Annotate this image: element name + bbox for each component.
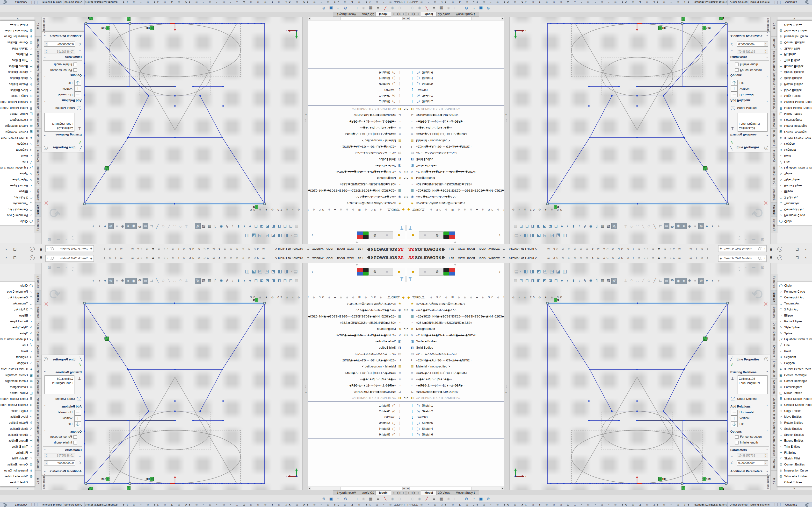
toolbar-icon-30[interactable]: ⊕ xyxy=(687,278,692,283)
flyout-item-trim-entities[interactable]: ×Trim Entities xyxy=(0,444,35,450)
markup-tool-icon-9[interactable]: ▣ xyxy=(328,5,334,11)
toolbar-icon-27[interactable]: 3D xyxy=(137,278,143,283)
toolbar-icon-2[interactable]: ◳ xyxy=(524,278,530,283)
flyout-item-fit-spline[interactable]: ↝Fit Spline xyxy=(777,51,812,57)
angle-input[interactable]: 0.00000000° xyxy=(48,42,75,47)
toolbar-icon-34[interactable]: ◐ xyxy=(710,278,715,283)
expand-icon[interactable]: ▶ xyxy=(407,108,408,111)
toolbar-icon-10[interactable]: ▮ xyxy=(236,278,241,283)
toolbar-icon-30[interactable]: ⊕ xyxy=(120,224,125,229)
flyout-item-corner-rectangle[interactable]: ▭Corner Rectangle xyxy=(777,123,812,129)
for-construction-label[interactable]: For construction xyxy=(50,68,72,72)
relation-item[interactable]: Collinear108 xyxy=(739,126,755,130)
expand-icon[interactable]: ⌄ xyxy=(766,469,768,473)
toolbar-icon-8[interactable]: ● xyxy=(559,278,564,283)
vertical-relation-button[interactable]: | xyxy=(74,86,81,92)
collapse-icon[interactable]: ⌃ xyxy=(44,371,46,374)
menu-edit[interactable]: Edit xyxy=(449,247,454,251)
scroll-right-icon[interactable]: ▶ xyxy=(501,487,504,490)
cm-tab-features[interactable]: Features xyxy=(35,217,41,233)
flyout-more-icon[interactable]: » xyxy=(16,488,19,489)
flyout-item-segment[interactable]: ∷Segment xyxy=(777,354,812,360)
collapse-icon[interactable]: ⌃ xyxy=(44,56,46,59)
cm-tab-evaluate[interactable]: Evaluate xyxy=(35,148,41,164)
expand-icon[interactable]: ▶ xyxy=(404,108,405,111)
markup-tool-icon-8[interactable]: ◔ xyxy=(336,5,341,11)
toolbar-icon-15[interactable]: ▤ xyxy=(600,224,605,229)
toolbar-icon-1[interactable]: ◰ xyxy=(288,224,293,229)
pm-help-icon[interactable]: ? xyxy=(44,357,48,361)
toolbar-icon-7[interactable]: ◫ xyxy=(253,224,259,229)
relation-item[interactable]: Collinear108 xyxy=(57,126,73,130)
collapse-icon[interactable]: ⌃ xyxy=(44,99,46,102)
flyout-item-parallelogram[interactable]: ▱Parallelogram xyxy=(777,384,812,390)
toolbar-icon-35[interactable]: ◑ xyxy=(91,224,96,229)
flyout-item-move-entities[interactable]: ↗Move Entities xyxy=(0,414,35,420)
close-button[interactable]: × xyxy=(5,247,7,251)
menu-view[interactable]: View xyxy=(347,247,354,251)
collapse-icon[interactable]: ⌃ xyxy=(766,405,768,408)
markup-tool-icon-10[interactable]: ⊛ xyxy=(321,496,327,502)
panel-splitter[interactable]: ⁞ ▸ xyxy=(504,263,510,490)
flyout-item-ellipse[interactable]: ○Ellipse xyxy=(777,313,812,319)
toolbar-icon-35[interactable]: ◑ xyxy=(91,278,96,283)
add-relations-header[interactable]: Add Relations xyxy=(61,99,82,102)
menu-tools[interactable]: Tools xyxy=(326,256,334,260)
toolbar-icon-30[interactable]: ⊕ xyxy=(687,224,692,229)
featuremanager-tab-2[interactable]: ⊕ xyxy=(369,231,381,239)
flyout-item-perimeter-circle[interactable]: ◌Perimeter Circle xyxy=(777,212,812,218)
markup-tool-icon-10[interactable]: ⊛ xyxy=(485,5,491,11)
toolbar-icon-21[interactable]: ◡ xyxy=(635,278,640,283)
angle-input[interactable]: 0.00000000° xyxy=(48,460,75,465)
view-nav-button[interactable]: ▶ xyxy=(395,491,399,495)
cm-tab-surfaces[interactable]: Surfaces xyxy=(35,304,41,320)
flyout-item-extend-entities[interactable]: ⊢Extend Entities xyxy=(777,63,812,69)
toolbar-icon-7[interactable]: ◫ xyxy=(553,278,559,283)
featuremanager-tab-3[interactable]: ● xyxy=(443,231,455,239)
toolbar-icon-21[interactable]: ◡ xyxy=(172,278,177,283)
view-nav-button[interactable]: ◀ xyxy=(410,12,413,16)
toolbar-icon-25[interactable]: ∟ xyxy=(658,278,663,283)
parameters-header[interactable]: Parameters xyxy=(65,448,82,452)
fix-relation-button[interactable]: ⚓ xyxy=(731,80,738,86)
cm-tab-weldments[interactable]: Weldments xyxy=(35,112,41,129)
search-box[interactable]: ◈ Search CAD Models ▾ xyxy=(45,245,94,252)
flyout-item-tangent-arc[interactable]: ◡Tangent Arc xyxy=(0,301,35,306)
view-cube-icon[interactable]: ◳ xyxy=(258,233,262,238)
splitter-collapse-icon[interactable]: ▸ xyxy=(506,391,507,394)
tab-3d-views[interactable]: 3D Views xyxy=(437,490,452,495)
view-nav-button[interactable]: ◀ xyxy=(402,12,406,16)
cm-tab-mesh-modeling[interactable]: Mesh Modeling xyxy=(771,413,777,435)
toolbar-icon-17[interactable]: ↺ xyxy=(195,223,201,229)
add-relations-header[interactable]: Add Relations xyxy=(730,405,751,408)
flyout-item-line[interactable]: ╱Line xyxy=(0,159,35,164)
toolbar-icon-22[interactable]: ╱ xyxy=(166,278,171,283)
flyout-item-style-spline[interactable]: ∿Style Spline xyxy=(0,325,35,331)
toolbar-icon-20[interactable]: ◠ xyxy=(178,224,183,229)
expand-icon[interactable]: ▶ xyxy=(407,327,408,330)
cm-tab-sheet-metal[interactable]: Sheet Metal xyxy=(771,359,777,378)
splitter-collapse-icon[interactable]: ▸ xyxy=(305,113,306,116)
toolbar-icon-5[interactable]: ◩ xyxy=(265,278,270,283)
flyout-item-circular-sketch-pattern[interactable]: ⊛Circular Sketch Pattern xyxy=(777,402,812,408)
toolbar-icon-31[interactable]: ≡ xyxy=(114,278,119,283)
flyout-item-extend-entities[interactable]: ⊢Extend Entities xyxy=(0,63,35,69)
flyout-item-rotate-entities[interactable]: ↻Rotate Entities xyxy=(777,420,812,426)
toolbar-icon-14[interactable]: ▯ xyxy=(594,278,599,283)
flyout-item-linear-sketch-pattern[interactable]: ⠿Linear Sketch Pattern xyxy=(777,105,812,111)
flyout-item-perimeter-circle[interactable]: ◌Perimeter Circle xyxy=(777,289,812,295)
flyout-item-move-entities[interactable]: ↗Move Entities xyxy=(777,87,812,93)
cm-tab-weldments[interactable]: Weldments xyxy=(771,378,777,395)
flyout-item-line[interactable]: ╱Line xyxy=(0,343,35,348)
search-box[interactable]: ◈ Search CAD Models ▾ xyxy=(718,255,767,262)
toolbar-icon-33[interactable]: ● xyxy=(102,278,108,283)
collapse-icon[interactable]: ⌃ xyxy=(44,133,46,136)
markup-tool-icon-0[interactable]: ◇ xyxy=(409,496,415,502)
close-button[interactable]: × xyxy=(805,247,807,251)
search-icon[interactable] xyxy=(758,247,761,250)
flyout-item-circular-sketch-pattern[interactable]: ⊛Circular Sketch Pattern xyxy=(0,402,35,408)
flyout-item-scale-entities[interactable]: ◹Scale Entities xyxy=(777,426,812,432)
toolbar-icon-4[interactable]: ◧ xyxy=(536,278,541,283)
markup-tool-icon-2[interactable]: ╱ xyxy=(382,496,388,502)
menu-insert[interactable]: Insert xyxy=(467,256,475,260)
